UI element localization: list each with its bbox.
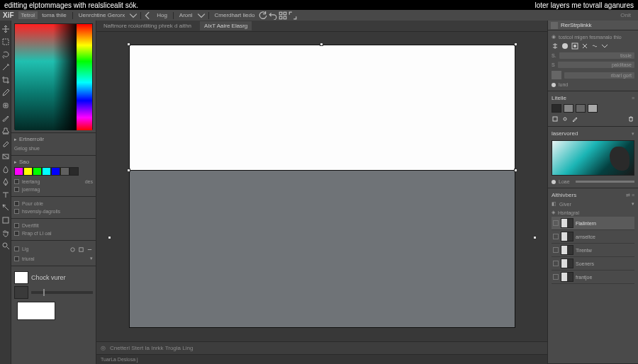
option-row[interactable]: Dvertfilt bbox=[14, 222, 93, 229]
more-icon[interactable] bbox=[601, 42, 608, 50]
property-row[interactable]: ribarl gort bbox=[552, 69, 634, 81]
option-row[interactable]: triural▾ bbox=[14, 254, 93, 263]
option-row[interactable]: joermag bbox=[14, 186, 93, 193]
properties-header[interactable]: RerStrplinkk bbox=[548, 21, 638, 30]
brush-icon[interactable] bbox=[571, 115, 578, 123]
layer-row[interactable]: frantjoe bbox=[552, 271, 634, 284]
layers-title[interactable]: Althivbers⇄ ≡ bbox=[552, 190, 634, 200]
preview-well[interactable] bbox=[17, 302, 55, 320]
swatch[interactable] bbox=[42, 167, 51, 176]
wand-tool-icon[interactable] bbox=[1, 63, 10, 72]
transform-handle[interactable] bbox=[127, 42, 130, 46]
swatch[interactable] bbox=[23, 167, 33, 176]
lock-row[interactable]: ◈Hsntagral bbox=[552, 208, 634, 217]
document-tab[interactable]: AlxT Aaire Elasrg bbox=[200, 21, 252, 30]
brush-tool-icon[interactable] bbox=[1, 114, 10, 123]
small-icon[interactable] bbox=[78, 246, 84, 253]
swatch[interactable] bbox=[576, 104, 586, 113]
swatch[interactable] bbox=[552, 104, 561, 113]
panel-title[interactable]: Litelle≡ bbox=[552, 93, 634, 103]
fx-icon[interactable] bbox=[581, 42, 588, 50]
swatch[interactable] bbox=[69, 167, 79, 176]
transform-handle[interactable] bbox=[320, 42, 323, 46]
foreground-well[interactable] bbox=[14, 271, 28, 284]
zoom-slider-row[interactable]: Loae bbox=[552, 178, 634, 186]
mask-icon[interactable] bbox=[571, 42, 578, 50]
small-icon[interactable] bbox=[86, 246, 93, 253]
canvas-gray-region[interactable] bbox=[129, 171, 515, 328]
opacity-slider[interactable] bbox=[31, 291, 93, 294]
adj-icon[interactable] bbox=[591, 42, 598, 50]
hue-slider[interactable] bbox=[77, 24, 92, 130]
option-row[interactable]: leertangdes bbox=[14, 178, 93, 186]
hand-tool-icon[interactable] bbox=[1, 229, 10, 237]
blur-tool-icon[interactable] bbox=[1, 165, 10, 174]
menu-right-label[interactable]: Onit bbox=[620, 12, 631, 18]
swatch[interactable] bbox=[14, 167, 23, 176]
eraser-tool-icon[interactable] bbox=[1, 140, 10, 148]
menu-item[interactable]: Hog bbox=[154, 11, 170, 19]
transform-handle[interactable] bbox=[514, 42, 517, 46]
link-icon[interactable] bbox=[561, 115, 569, 123]
menu-item[interactable]: Tetrol bbox=[18, 11, 38, 19]
canvas-white-region[interactable] bbox=[129, 45, 515, 171]
undo-icon[interactable] bbox=[269, 11, 277, 20]
dropdown-icon[interactable] bbox=[129, 11, 138, 20]
transform-handle[interactable] bbox=[514, 169, 517, 172]
move-tool-icon[interactable] bbox=[1, 25, 10, 33]
chevron-down-icon[interactable] bbox=[197, 11, 206, 20]
menu-item[interactable]: toma thile bbox=[39, 11, 69, 19]
panel-title[interactable]: Ertnerrolir bbox=[14, 136, 93, 142]
panel-subtitle[interactable]: Gelog shue bbox=[14, 144, 93, 152]
align-icon[interactable] bbox=[552, 42, 559, 50]
expand-icon[interactable] bbox=[289, 11, 297, 20]
lasso-tool-icon[interactable] bbox=[1, 50, 10, 59]
canvas-viewport[interactable] bbox=[96, 32, 547, 341]
crop-tool-icon[interactable] bbox=[1, 76, 10, 84]
document-tab[interactable]: Naftmore rcolontliting phrek d aithn bbox=[99, 21, 196, 30]
property-row[interactable]: Spalditase bbox=[552, 60, 634, 69]
zoom-tool-icon[interactable] bbox=[1, 241, 10, 250]
swatch[interactable] bbox=[564, 104, 573, 113]
transform-handle[interactable] bbox=[127, 169, 130, 172]
swatch[interactable] bbox=[33, 167, 42, 176]
navigator-preview[interactable] bbox=[552, 140, 634, 176]
eyedropper-tool-icon[interactable] bbox=[1, 89, 10, 97]
option-row[interactable]: Rrap cf LI oal bbox=[14, 229, 93, 237]
panel-title[interactable]: Sao bbox=[14, 159, 93, 165]
gradient-tool-icon[interactable] bbox=[1, 152, 10, 161]
circle-icon[interactable] bbox=[561, 42, 569, 50]
stamp-tool-icon[interactable] bbox=[1, 127, 10, 135]
property-row[interactable]: S.tissle bbox=[552, 51, 634, 60]
new-icon[interactable] bbox=[552, 115, 559, 123]
option-row[interactable]: hsvensly-dagrolis bbox=[14, 207, 93, 215]
layer-row[interactable]: Soeners bbox=[552, 257, 634, 271]
menu-item[interactable]: Uenrchtine Gerorx bbox=[76, 11, 128, 19]
transform-handle[interactable] bbox=[533, 236, 537, 239]
type-tool-icon[interactable] bbox=[1, 190, 10, 199]
grid-icon[interactable] bbox=[279, 11, 287, 20]
menu-item[interactable]: Aronl bbox=[177, 11, 196, 19]
marquee-tool-icon[interactable] bbox=[1, 38, 10, 46]
option-row[interactable]: Pour oble bbox=[14, 200, 93, 207]
menu-item[interactable]: Cmerdhart liedo bbox=[212, 11, 258, 19]
shape-tool-icon[interactable] bbox=[1, 216, 10, 224]
property-row[interactable]: lund bbox=[552, 81, 634, 89]
option-row[interactable]: Lig bbox=[14, 244, 93, 254]
trash-icon[interactable] bbox=[627, 115, 634, 123]
pen-tool-icon[interactable] bbox=[1, 178, 10, 186]
path-tool-icon[interactable] bbox=[1, 203, 10, 212]
small-icon[interactable] bbox=[69, 246, 76, 253]
swatch[interactable] bbox=[60, 167, 69, 176]
arrow-left-icon[interactable] bbox=[144, 11, 152, 20]
panel-title[interactable]: laservored▾ bbox=[552, 129, 634, 138]
background-well[interactable] bbox=[14, 286, 28, 299]
layer-row[interactable]: Flallntern bbox=[552, 217, 634, 230]
swatch[interactable] bbox=[588, 104, 598, 113]
blend-row[interactable]: ◧Giver▾ bbox=[552, 200, 634, 208]
heal-tool-icon[interactable] bbox=[1, 101, 10, 110]
layer-row[interactable]: Tirentw bbox=[552, 244, 634, 257]
color-picker[interactable] bbox=[14, 23, 93, 130]
saturation-field[interactable] bbox=[15, 24, 79, 130]
layer-row[interactable]: amseltce bbox=[552, 230, 634, 244]
